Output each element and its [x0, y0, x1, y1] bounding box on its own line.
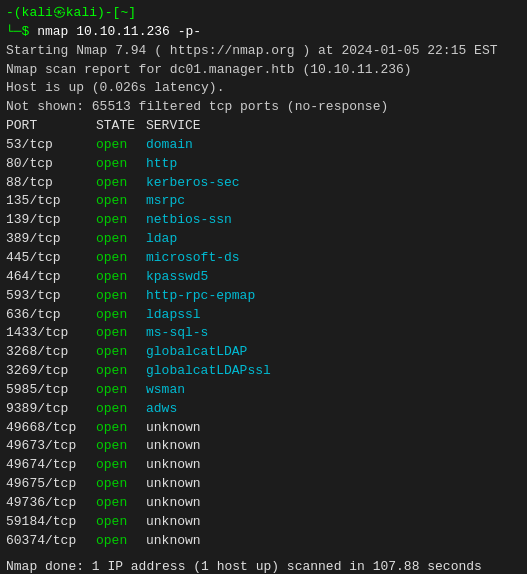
output-line: 389/tcpopenldap: [6, 230, 521, 249]
output-line: 3268/tcpopenglobalcatLDAP: [6, 343, 521, 362]
output-line: 49736/tcpopenunknown: [6, 494, 521, 513]
output-line: 636/tcpopenldapssl: [6, 306, 521, 325]
output-line: 49674/tcpopenunknown: [6, 456, 521, 475]
output-line: 139/tcpopennetbios-ssn: [6, 211, 521, 230]
output-line: 464/tcpopenkpasswd5: [6, 268, 521, 287]
output-line: Not shown: 65513 filtered tcp ports (no-…: [6, 98, 521, 117]
output-line: 5985/tcpopenwsman: [6, 381, 521, 400]
output-line: 49673/tcpopenunknown: [6, 437, 521, 456]
prompt-line: -(kali㉿kali)-[~]: [6, 4, 521, 23]
output-line: 88/tcpopenkerberos-sec: [6, 174, 521, 193]
output-line: 1433/tcpopenms-sql-s: [6, 324, 521, 343]
output-area: Starting Nmap 7.94 ( https://nmap.org ) …: [6, 42, 521, 551]
output-line: 3269/tcpopenglobalcatLDAPssl: [6, 362, 521, 381]
output-line: 60374/tcpopenunknown: [6, 532, 521, 551]
output-line: 59184/tcpopenunknown: [6, 513, 521, 532]
done-line: Nmap done: 1 IP address (1 host up) scan…: [6, 558, 521, 574]
prompt-symbol: └─$: [6, 24, 37, 39]
terminal-window: -(kali㉿kali)-[~] └─$ nmap 10.10.11.236 -…: [0, 0, 527, 574]
output-line: 445/tcpopenmicrosoft-ds: [6, 249, 521, 268]
output-line: Starting Nmap 7.94 ( https://nmap.org ) …: [6, 42, 521, 61]
output-line: 49668/tcpopenunknown: [6, 419, 521, 438]
command-line: └─$ nmap 10.10.11.236 -p-: [6, 23, 521, 42]
output-line: 80/tcpopenhttp: [6, 155, 521, 174]
output-line: 49675/tcpopenunknown: [6, 475, 521, 494]
output-line: 593/tcpopenhttp-rpc-epmap: [6, 287, 521, 306]
output-line: 135/tcpopenmsrpc: [6, 192, 521, 211]
command-text: nmap 10.10.11.236 -p-: [37, 24, 201, 39]
output-line: PORTSTATESERVICE: [6, 117, 521, 136]
prompt-text: -(kali㉿kali)-[~]: [6, 5, 136, 20]
output-line: Nmap scan report for dc01.manager.htb (1…: [6, 61, 521, 80]
output-line: 53/tcpopendomain: [6, 136, 521, 155]
output-line: Host is up (0.026s latency).: [6, 79, 521, 98]
output-line: 9389/tcpopenadws: [6, 400, 521, 419]
